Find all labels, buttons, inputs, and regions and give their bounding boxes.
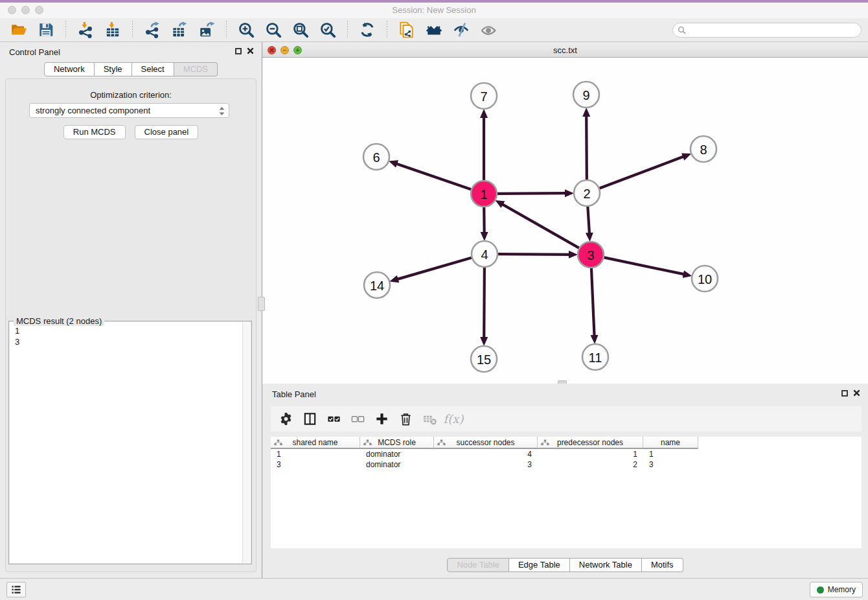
save-session-button[interactable] (36, 20, 56, 40)
column-header-mcds-role[interactable]: MCDS role (360, 437, 434, 449)
tab-motifs[interactable]: Motifs (642, 558, 683, 572)
zoom-in-icon (238, 21, 255, 38)
task-history-button[interactable] (6, 582, 26, 597)
graph-edge-1-6[interactable] (396, 163, 471, 189)
trash-icon (398, 411, 413, 426)
export-network-button[interactable] (142, 20, 163, 40)
graph-edge-4-3[interactable] (498, 254, 570, 255)
zoom-fit-icon (292, 21, 309, 38)
deselect-all-columns-button[interactable] (348, 410, 367, 428)
tab-mcds[interactable]: MCDS (174, 62, 218, 76)
search-icon (678, 26, 686, 34)
toolbar-separator (226, 21, 227, 39)
column-header-successor-nodes[interactable]: successor nodes (434, 437, 538, 449)
graph-node-10[interactable]: 10 (692, 266, 718, 292)
close-table-panel-icon[interactable] (853, 389, 860, 397)
graph-edge-4-15[interactable] (484, 268, 485, 338)
select-all-columns-button[interactable] (324, 410, 343, 428)
control-panel-title: Control Panel (9, 47, 60, 57)
search-box[interactable] (672, 23, 862, 38)
show-columns-button[interactable] (300, 410, 319, 428)
graph-node-4[interactable]: 4 (472, 241, 497, 267)
delete-table-button[interactable] (420, 410, 439, 428)
titlebar: Session: New Session (0, 3, 868, 18)
hierarchy-icon (274, 439, 282, 446)
column-header-shared-name[interactable]: shared name (271, 437, 360, 449)
canvas-resize-handle[interactable] (558, 380, 567, 384)
optimization-select[interactable]: strongly connected component (29, 103, 229, 118)
graph-edge-2-9[interactable] (586, 115, 587, 179)
graph-node-7[interactable]: 7 (471, 83, 497, 109)
graph-node-label: 15 (477, 352, 491, 367)
panel-splitter-handle[interactable] (258, 297, 265, 311)
mcds-result-area[interactable]: 13 (10, 322, 251, 563)
network-canvas[interactable]: 7968124314101511 (262, 58, 868, 384)
graph-edge-4-14[interactable] (397, 258, 472, 279)
network-window-titlebar[interactable]: ✕ − + scc.txt (262, 43, 868, 58)
graph-node-8[interactable]: 8 (691, 136, 716, 162)
graph-node-2[interactable]: 2 (574, 180, 600, 206)
function-builder-button[interactable]: f(x) (444, 410, 463, 428)
graph-edge-1-2[interactable] (497, 193, 566, 194)
open-session-button[interactable] (8, 20, 29, 40)
create-column-button[interactable] (372, 410, 391, 428)
refresh-view-button[interactable] (357, 20, 378, 40)
delete-column-button[interactable] (396, 410, 415, 428)
graph-node-6[interactable]: 6 (363, 144, 389, 170)
graph-edge-3-10[interactable] (604, 257, 685, 274)
graph-node-1[interactable]: 1 (471, 181, 497, 207)
table-panel: Table Panel f(x) shared nameMCDS rolesuc… (262, 385, 868, 578)
tab-network[interactable]: Network (44, 62, 95, 76)
tab-style[interactable]: Style (95, 62, 132, 76)
memory-button[interactable]: Memory (810, 582, 863, 597)
close-panel-icon[interactable] (247, 47, 254, 54)
graph-node-11[interactable]: 11 (582, 344, 608, 370)
columns-icon (303, 411, 317, 426)
table-row[interactable]: 1dominator411 (271, 449, 862, 459)
graph-edge-2-8[interactable] (600, 156, 684, 188)
float-table-panel-icon[interactable] (841, 390, 848, 397)
network-graph[interactable]: 7968124314101511 (262, 58, 867, 384)
table-toolbar: f(x) (271, 406, 862, 432)
zoom-in-button[interactable] (236, 20, 257, 40)
optimization-select-value: strongly connected component (36, 106, 150, 115)
tab-node-table[interactable]: Node Table (447, 558, 509, 572)
graph-edge-3-11[interactable] (591, 268, 595, 336)
export-image-button[interactable] (196, 20, 217, 40)
graph-edge-3-1[interactable] (502, 204, 579, 248)
result-scrollbar[interactable] (242, 322, 251, 563)
table-row[interactable]: 3dominator323 (271, 459, 862, 470)
run-mcds-button[interactable]: Run MCDS (63, 125, 126, 139)
search-input[interactable] (689, 26, 861, 35)
graph-node-9[interactable]: 9 (573, 82, 599, 108)
table-options-button[interactable] (276, 410, 295, 428)
memory-label: Memory (828, 585, 856, 594)
export-table-button[interactable] (169, 20, 190, 40)
graph-node-15[interactable]: 15 (471, 346, 497, 372)
mcds-result-group: 13 MCDS result (2 nodes) (8, 321, 252, 564)
zoom-out-icon (265, 21, 282, 38)
graph-node-label: 2 (583, 187, 590, 201)
import-network-button[interactable] (75, 20, 96, 40)
zoom-out-button[interactable] (263, 20, 284, 40)
graph-node-3[interactable]: 3 (578, 242, 604, 268)
tab-edge-table[interactable]: Edge Table (509, 558, 570, 572)
tab-network-table[interactable]: Network Table (570, 558, 642, 572)
tab-select[interactable]: Select (132, 62, 174, 76)
float-panel-icon[interactable] (235, 48, 242, 54)
table-cell: 4 (434, 449, 538, 459)
table-cell: 1 (271, 449, 360, 459)
close-panel-button[interactable]: Close panel (135, 125, 199, 139)
hide-selected-button[interactable] (451, 20, 472, 40)
first-neighbors-button[interactable] (424, 20, 444, 40)
show-all-button[interactable] (478, 20, 499, 40)
graph-node-14[interactable]: 14 (364, 272, 390, 298)
network-from-file-button[interactable] (396, 20, 417, 40)
control-panel-tabs: NetworkStyleSelectMCDS (0, 62, 262, 76)
zoom-fit-button[interactable] (290, 20, 311, 40)
import-table-button[interactable] (102, 20, 123, 40)
column-header-name[interactable]: name (643, 437, 698, 449)
graph-edge-2-3[interactable] (588, 207, 589, 234)
column-header-predecessor-nodes[interactable]: predecessor nodes (538, 437, 643, 449)
zoom-selected-button[interactable] (317, 20, 338, 40)
